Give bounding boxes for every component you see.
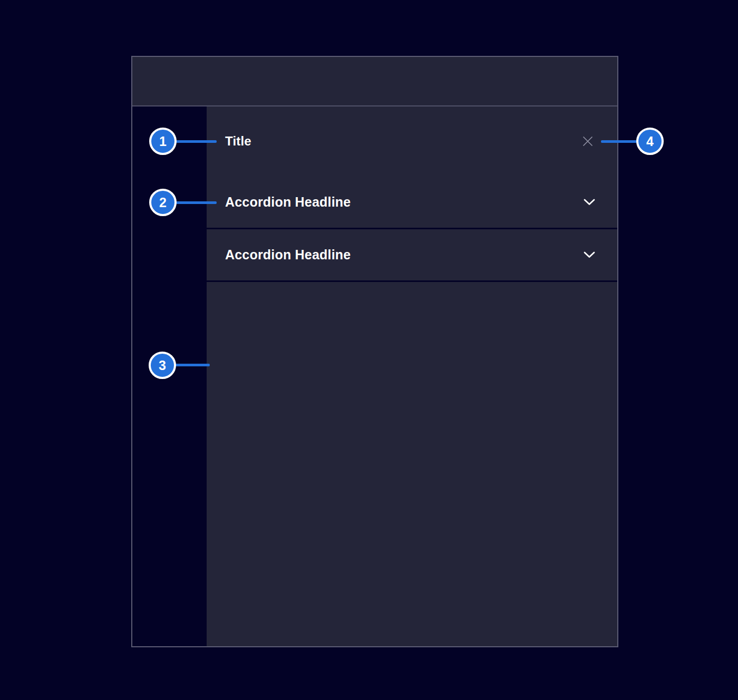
accordion-header[interactable]: Accordion Headline — [207, 176, 617, 228]
component-preview-frame: Title Accordion Headline Accordion — [131, 56, 618, 647]
callout-badge-3: 3 — [149, 352, 176, 379]
chevron-down-icon — [584, 251, 595, 258]
accordion-label: Accordion Headline — [225, 247, 351, 262]
chevron-down-icon — [584, 199, 595, 206]
callout-number: 4 — [646, 134, 654, 149]
callout-badge-4: 4 — [636, 128, 664, 155]
frame-body: Title Accordion Headline Accordion — [132, 106, 617, 646]
callout-connector-1 — [176, 140, 217, 143]
callout-connector-3 — [175, 364, 210, 366]
accordion-label: Accordion Headline — [225, 195, 351, 210]
close-icon — [581, 135, 594, 148]
callout-connector-4 — [601, 140, 638, 143]
dialog-title: Title — [225, 134, 251, 149]
callout-badge-2: 2 — [149, 189, 177, 216]
top-bar — [132, 57, 617, 105]
dialog-header: Title — [207, 106, 617, 176]
callout-number: 1 — [159, 134, 167, 149]
close-button[interactable] — [580, 134, 595, 149]
dialog-panel: Title Accordion Headline Accordion — [207, 106, 617, 646]
accordion-header[interactable]: Accordion Headline — [207, 229, 617, 280]
callout-badge-1: 1 — [149, 128, 177, 155]
dialog-content-area — [207, 282, 617, 646]
callout-connector-2 — [176, 201, 217, 204]
callout-number: 3 — [159, 358, 166, 373]
callout-number: 2 — [159, 195, 167, 210]
annotation-canvas: Title Accordion Headline Accordion — [0, 0, 738, 700]
